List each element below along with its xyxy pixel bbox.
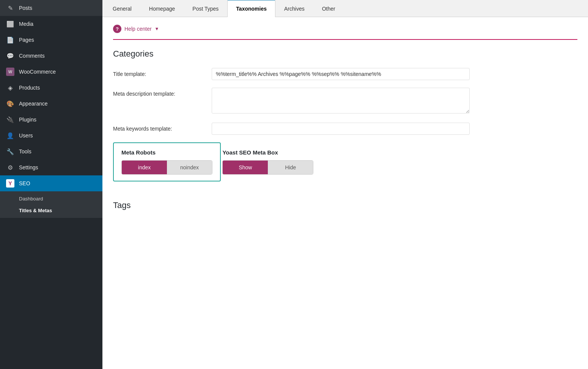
meta-keywords-label: Meta keywords template:	[113, 123, 204, 132]
tab-archives[interactable]: Archives	[275, 0, 313, 17]
sidebar-item-comments[interactable]: 💬 Comments	[0, 48, 102, 64]
meta-description-input-wrapper	[212, 88, 470, 115]
sidebar-item-label: Comments	[19, 53, 45, 59]
sidebar-item-settings[interactable]: ⚙ Settings	[0, 159, 102, 175]
meta-robots-title: Meta Robots	[121, 149, 212, 156]
products-icon: ◈	[6, 84, 14, 92]
woocommerce-icon: W	[6, 68, 14, 76]
help-divider	[113, 39, 577, 40]
plugins-icon: 🔌	[6, 115, 14, 124]
meta-robots-toggle: index noindex	[121, 160, 212, 175]
sidebar-item-appearance[interactable]: 🎨 Appearance	[0, 96, 102, 112]
yoast-meta-box-title: Yoast SEO Meta Box	[222, 149, 329, 156]
seo-submenu: Dashboard Titles & Metas	[0, 191, 102, 218]
sidebar-item-users[interactable]: 👤 Users	[0, 128, 102, 144]
appearance-icon: 🎨	[6, 99, 14, 108]
yoast-meta-box-section: Yoast SEO Meta Box Show Hide	[222, 149, 329, 181]
sidebar-item-label: Users	[19, 132, 33, 139]
tags-title: Tags	[113, 200, 577, 210]
meta-description-label: Meta description template:	[113, 88, 204, 97]
meta-robots-noindex-button[interactable]: noindex	[167, 161, 212, 174]
categories-title: Categories	[113, 49, 577, 59]
settings-icon: ⚙	[6, 163, 14, 172]
title-template-row: Title template:	[113, 68, 577, 80]
help-icon: ?	[113, 25, 121, 33]
tab-other[interactable]: Other	[313, 0, 344, 17]
tools-icon: 🔧	[6, 147, 14, 156]
meta-robots-index-button[interactable]: index	[122, 161, 167, 174]
meta-robots-box: Meta Robots index noindex	[113, 142, 221, 181]
sidebar-item-label: Settings	[19, 164, 38, 170]
main-content: General Homepage Post Types Taxonomies A…	[102, 0, 588, 369]
posts-icon: ✎	[6, 4, 14, 12]
sidebar-item-seo[interactable]: Y SEO ◀	[0, 175, 102, 191]
tab-bar: General Homepage Post Types Taxonomies A…	[102, 0, 588, 17]
sidebar-item-label: Appearance	[19, 101, 48, 107]
meta-description-row: Meta description template:	[113, 88, 577, 115]
sidebar-item-pages[interactable]: 📄 Pages	[0, 32, 102, 48]
help-center-button[interactable]: ? Help center ▼	[113, 25, 577, 33]
sidebar-item-woocommerce[interactable]: W WooCommerce	[0, 64, 102, 80]
users-icon: 👤	[6, 131, 14, 140]
sidebar-item-label: Pages	[19, 37, 34, 43]
sidebar-item-label: Plugins	[19, 117, 36, 123]
tab-general[interactable]: General	[104, 0, 140, 17]
content-area: ? Help center ▼ Categories Title templat…	[102, 17, 588, 369]
sidebar: ✎ Posts ⬜ Media 📄 Pages 💬 Comments W Woo…	[0, 0, 102, 369]
sidebar-item-label: Posts	[19, 5, 32, 11]
meta-keywords-row: Meta keywords template:	[113, 123, 577, 135]
tab-homepage[interactable]: Homepage	[140, 0, 184, 17]
title-template-input-wrapper	[212, 68, 470, 80]
submenu-item-titles-metas[interactable]: Titles & Metas	[0, 205, 102, 216]
tab-taxonomies[interactable]: Taxonomies	[227, 0, 275, 17]
sidebar-arrow-icon: ◀	[93, 181, 96, 186]
sidebar-item-label: SEO	[19, 180, 30, 186]
sidebar-item-label: Products	[19, 85, 40, 91]
sidebar-item-plugins[interactable]: 🔌 Plugins	[0, 112, 102, 128]
title-template-label: Title template:	[113, 68, 204, 77]
meta-keywords-input[interactable]	[212, 123, 470, 135]
sidebar-item-posts[interactable]: ✎ Posts	[0, 0, 102, 16]
meta-description-input[interactable]	[212, 88, 470, 114]
help-chevron-icon: ▼	[155, 26, 159, 32]
sidebar-item-media[interactable]: ⬜ Media	[0, 16, 102, 32]
seo-icon: Y	[6, 179, 14, 188]
sidebar-item-label: Tools	[19, 148, 31, 155]
sidebar-item-label: WooCommerce	[19, 69, 56, 75]
pages-icon: 📄	[6, 36, 14, 44]
submenu-item-dashboard[interactable]: Dashboard	[0, 193, 102, 205]
media-icon: ⬜	[6, 20, 14, 28]
yoast-meta-box-hide-button[interactable]: Hide	[268, 161, 313, 174]
sidebar-item-products[interactable]: ◈ Products	[0, 80, 102, 96]
yoast-meta-box-show-button[interactable]: Show	[223, 161, 268, 174]
meta-keywords-input-wrapper	[212, 123, 470, 135]
tab-post-types[interactable]: Post Types	[184, 0, 227, 17]
yoast-meta-box-toggle: Show Hide	[222, 160, 313, 175]
sidebar-item-label: Media	[19, 21, 33, 27]
sidebar-item-tools[interactable]: 🔧 Tools	[0, 144, 102, 159]
title-template-input[interactable]	[212, 68, 470, 80]
comments-icon: 💬	[6, 52, 14, 60]
help-center-label: Help center	[124, 26, 152, 32]
